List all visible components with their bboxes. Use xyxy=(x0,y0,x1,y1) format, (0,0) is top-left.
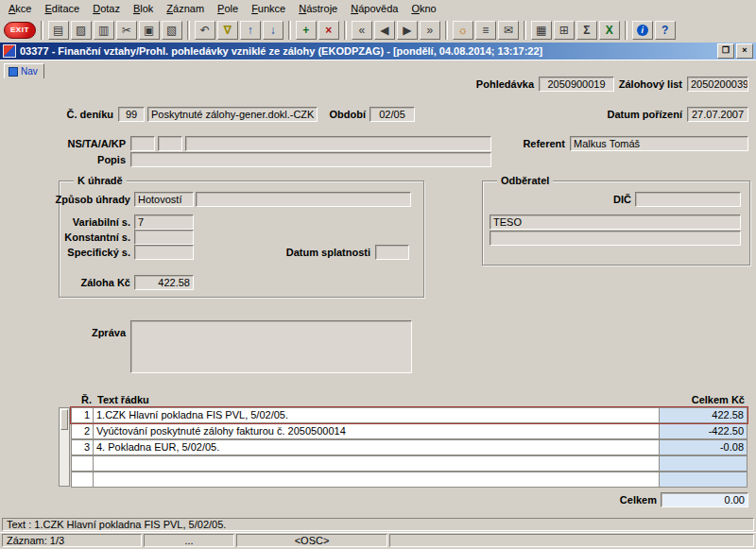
status-message: Text : 1.CZK Hlavní pokladna FIS PVL, 5/… xyxy=(2,518,754,531)
ta-field[interactable] xyxy=(158,136,182,151)
popis-field[interactable] xyxy=(130,152,491,167)
table-row[interactable] xyxy=(71,472,747,488)
row-number-cell[interactable]: 1 xyxy=(71,407,94,423)
sum-icon[interactable]: Σ xyxy=(576,21,597,40)
zpusob-uhrady-code-field[interactable]: Hotovostí xyxy=(134,192,194,207)
first-record-icon[interactable]: « xyxy=(352,21,372,40)
row-amount-cell[interactable]: -0.08 xyxy=(659,439,747,455)
menu-funkce[interactable]: Funkce xyxy=(245,1,292,16)
prev-record-icon[interactable]: ◀ xyxy=(374,21,395,40)
row-amount-cell[interactable]: 422.58 xyxy=(659,407,747,423)
undo-icon[interactable]: ↶ xyxy=(195,21,215,40)
sort-desc-icon[interactable]: ↓ xyxy=(263,21,284,40)
konstantni-field[interactable] xyxy=(134,230,194,245)
row-text-cell[interactable]: 1.CZK Hlavní pokladna FIS PVL, 5/02/05. xyxy=(93,407,660,423)
paste-icon[interactable]: ▧ xyxy=(162,21,182,40)
scrollbar-thumb[interactable] xyxy=(60,409,68,430)
list-icon[interactable]: ≡ xyxy=(475,21,496,40)
menu-akce[interactable]: Akce xyxy=(2,1,38,16)
table-scrollbar[interactable] xyxy=(59,407,70,487)
row-number-cell[interactable] xyxy=(71,472,94,488)
specificky-field[interactable] xyxy=(134,245,194,260)
table-row[interactable] xyxy=(71,455,747,472)
excel-export-icon[interactable]: X xyxy=(599,21,620,40)
dic-field[interactable] xyxy=(635,192,741,207)
menu-pole[interactable]: Pole xyxy=(211,1,245,16)
row-number-cell[interactable] xyxy=(71,455,94,472)
zpusob-uhrady-name-field[interactable] xyxy=(196,192,411,207)
info-icon[interactable]: i xyxy=(632,21,653,40)
row-number-cell[interactable]: 2 xyxy=(71,423,94,439)
variabilni-label: Variabilní s. xyxy=(55,216,130,228)
menu-blok[interactable]: Blok xyxy=(127,1,160,16)
menu-nastroje[interactable]: Nástroje xyxy=(292,1,344,16)
table-row[interactable]: 2 Vyúčtování poskytnuté zálohy fakturou … xyxy=(71,423,747,439)
copy-icon[interactable]: ▣ xyxy=(139,21,160,40)
row-amount-cell[interactable] xyxy=(659,455,747,472)
toolbar-separator xyxy=(445,21,448,40)
table-row[interactable]: 3 4. Pokladna EUR, 5/02/05. -0.08 xyxy=(71,439,747,455)
menu-napoveda[interactable]: Nápověda xyxy=(344,1,404,16)
datum-porizeni-field[interactable]: 27.07.2007 xyxy=(687,107,748,122)
row-text-cell[interactable]: Vyúčtování poskytnuté zálohy fakturou č.… xyxy=(93,423,660,439)
row-number-cell[interactable]: 3 xyxy=(71,439,94,455)
print-icon[interactable]: ▨ xyxy=(71,21,92,40)
row-text-cell[interactable]: 4. Pokladna EUR, 5/02/05. xyxy=(93,439,660,455)
dic-label: DIČ xyxy=(584,194,631,205)
referent-field[interactable]: Malkus Tomáš xyxy=(570,136,748,151)
row-amount-cell[interactable] xyxy=(659,472,747,488)
delete-record-icon[interactable]: × xyxy=(318,21,339,40)
help-icon[interactable]: ? xyxy=(655,21,676,40)
record-counter: Záznam: 1/3 xyxy=(2,534,142,547)
c-deniku-name-field[interactable]: Poskytnuté zálohy-gener.dokl.-CZK xyxy=(147,107,318,122)
insert-record-icon[interactable]: + xyxy=(296,21,317,40)
last-record-icon[interactable]: » xyxy=(420,21,440,40)
next-record-icon[interactable]: ▶ xyxy=(397,21,418,40)
calculator-icon[interactable]: ⊞ xyxy=(554,21,575,40)
window-icon xyxy=(3,44,16,58)
zaloha-kc-field[interactable]: 422.58 xyxy=(134,275,194,290)
cut-icon[interactable]: ✂ xyxy=(116,21,137,40)
celkem-label: Celkem xyxy=(605,494,657,506)
sort-asc-icon[interactable]: ↑ xyxy=(240,21,261,40)
zprava-field[interactable] xyxy=(130,320,412,373)
specificky-label: Specifický s. xyxy=(55,247,130,258)
akp-field[interactable] xyxy=(185,136,491,151)
exit-button[interactable]: EXIT xyxy=(4,22,36,39)
search-icon[interactable]: ☼ xyxy=(453,21,473,40)
menu-zaznam[interactable]: Záznam xyxy=(160,1,211,16)
zalohovy-list-field[interactable]: 2050200039 xyxy=(687,77,748,92)
row-text-cell[interactable] xyxy=(93,472,660,488)
nav-tab[interactable]: Nav xyxy=(4,63,44,78)
save-icon[interactable]: ▤ xyxy=(48,21,69,40)
menu-bar: Akce Editace Dotaz Blok Záznam Pole Funk… xyxy=(0,0,756,18)
c-deniku-code-field[interactable]: 99 xyxy=(118,107,145,122)
odberatel-name2-field[interactable] xyxy=(490,231,741,246)
obdobi-field[interactable]: 02/05 xyxy=(369,107,415,122)
close-button[interactable]: × xyxy=(736,43,753,59)
menu-okno[interactable]: Okno xyxy=(404,1,442,16)
datum-splatnosti-label: Datum splatnosti xyxy=(280,247,370,258)
variabilni-field[interactable]: 7 xyxy=(134,214,194,230)
menu-editace[interactable]: Editace xyxy=(38,1,86,16)
restore-button[interactable]: ❐ xyxy=(717,43,734,59)
filter-icon[interactable]: ∇ xyxy=(217,21,238,40)
menu-dotaz[interactable]: Dotaz xyxy=(86,1,127,16)
print-preview-icon[interactable]: ▥ xyxy=(94,21,114,40)
ns-ta-a-kp-label: NS/TA/A/KP xyxy=(38,138,126,149)
referent-label: Referent xyxy=(510,138,565,149)
window-title-bar: 03377 - Finanční vztahy/Prohl. pohledávk… xyxy=(0,43,756,60)
ns-field[interactable] xyxy=(130,136,155,151)
toolbar-separator xyxy=(524,21,526,40)
popis-label: Popis xyxy=(74,154,126,165)
col-header-radek: Ř. xyxy=(71,394,92,405)
odberatel-name-field[interactable]: TESO xyxy=(490,214,741,230)
row-amount-cell[interactable]: -422.50 xyxy=(659,423,747,439)
datum-splatnosti-field[interactable] xyxy=(375,245,409,260)
mail-icon[interactable]: ✉ xyxy=(498,21,519,40)
table-row[interactable]: 1 1.CZK Hlavní pokladna FIS PVL, 5/02/05… xyxy=(71,407,747,423)
application-window: Akce Editace Dotaz Blok Záznam Pole Funk… xyxy=(0,0,756,549)
calendar-icon[interactable]: ▦ xyxy=(531,21,552,40)
row-text-cell[interactable] xyxy=(93,455,660,472)
record-bar: Záznam: 1/3 ... <OSC> xyxy=(0,532,756,549)
